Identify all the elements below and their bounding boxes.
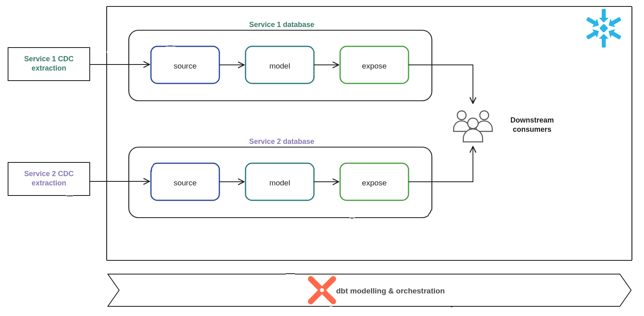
svg-rect-12 — [599, 24, 609, 33]
svg-marker-1 — [599, 18, 609, 23]
arrow-expose2-to-consumers — [409, 147, 473, 182]
service1-expose-box — [340, 46, 409, 83]
snowflake-icon — [584, 9, 623, 48]
service1-source-box — [151, 46, 219, 83]
arrow-expose1-to-consumers — [409, 65, 473, 103]
svg-point-14 — [480, 111, 489, 120]
warehouse-boundary — [107, 6, 632, 260]
footer-chevron — [108, 274, 631, 306]
service1-cdc-box — [8, 48, 90, 81]
service1-model-box — [246, 46, 314, 83]
svg-point-15 — [468, 118, 478, 129]
svg-point-16 — [320, 288, 324, 292]
svg-point-13 — [457, 111, 466, 120]
diagram-canvas: Service 1 CDC extraction Service 2 CDC e… — [0, 0, 644, 316]
consumers-icon — [454, 111, 492, 142]
diagram-svg — [0, 0, 644, 316]
service2-source-box — [151, 163, 219, 200]
service2-expose-box — [340, 163, 409, 200]
service2-model-box — [246, 163, 314, 200]
service2-cdc-box — [8, 162, 90, 195]
svg-marker-7 — [599, 34, 609, 39]
